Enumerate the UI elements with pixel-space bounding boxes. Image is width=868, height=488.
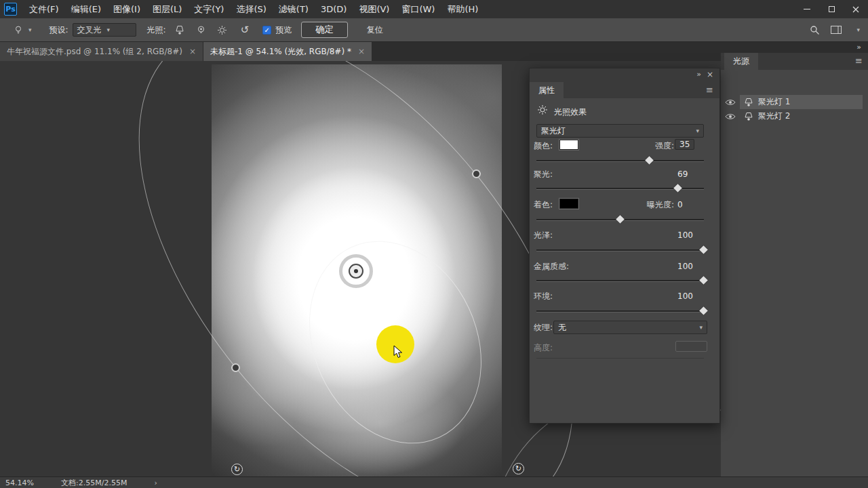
chevron-down-icon[interactable]: ▾ — [856, 26, 860, 33]
slider-thumb[interactable] — [699, 276, 708, 285]
hotspot-value[interactable]: 69 — [677, 169, 688, 180]
check-icon: ✓ — [264, 26, 270, 34]
light-edge-handle[interactable] — [231, 363, 240, 372]
slider-track — [536, 160, 704, 161]
close-button[interactable] — [844, 0, 868, 18]
menu-select[interactable]: 选择(S) — [230, 0, 272, 18]
colorize-label: 着色: — [534, 199, 553, 210]
menu-help[interactable]: 帮助(H) — [441, 0, 484, 18]
light-list-item-1[interactable]: 聚光灯 1 — [721, 95, 868, 109]
slider-thumb[interactable] — [699, 245, 708, 254]
light-item-label: 聚光灯 1 — [758, 96, 790, 108]
tab-close-icon[interactable]: × — [358, 47, 365, 56]
rotate-handle[interactable]: ↻ — [513, 463, 524, 474]
menu-filter[interactable]: 滤镜(T) — [273, 0, 315, 18]
minimize-button[interactable] — [795, 0, 819, 18]
properties-panel: » × 属性 ≡ 光照效果 聚光灯 ▾ 颜色: 强度: 35 — [529, 68, 720, 424]
intensity-slider[interactable] — [536, 156, 704, 165]
slider-track — [536, 280, 704, 281]
slider-thumb[interactable] — [645, 156, 654, 165]
add-point-light-button[interactable] — [196, 25, 206, 35]
collapse-to-icons-icon[interactable]: » — [696, 70, 701, 79]
gloss-label: 光泽: — [534, 230, 553, 241]
menu-type[interactable]: 文字(Y) — [188, 0, 230, 18]
reset-button[interactable]: 复位 — [356, 22, 394, 38]
menu-window[interactable]: 窗口(W) — [395, 0, 441, 18]
ok-button[interactable]: 确定 — [301, 22, 348, 38]
texture-value: 无 — [558, 322, 694, 333]
slider-thumb[interactable] — [616, 215, 625, 224]
light-list-item-2[interactable]: 聚光灯 2 — [721, 109, 868, 123]
window-controls — [795, 0, 868, 18]
panel-close-icon[interactable]: × — [707, 70, 713, 79]
tab-properties[interactable]: 属性 — [530, 82, 564, 98]
height-label: 高度: — [534, 342, 553, 353]
document-tab-2[interactable]: 未标题-1 @ 54.1% (光效, RGB/8#) * × — [203, 42, 372, 61]
document-tab-label: 未标题-1 @ 54.1% (光效, RGB/8#) * — [210, 46, 351, 58]
light-bulb-icon — [14, 25, 23, 35]
menu-image[interactable]: 图像(I) — [107, 0, 146, 18]
preset-select[interactable]: 交叉光 ▾ — [73, 23, 136, 37]
visibility-toggle[interactable] — [721, 113, 740, 120]
status-chevron-icon[interactable]: › — [154, 479, 157, 487]
height-field — [675, 341, 707, 352]
texture-select[interactable]: 无 ▾ — [553, 321, 707, 334]
ambience-slider[interactable] — [536, 306, 704, 316]
panel-menu-icon[interactable]: ≡ — [706, 85, 713, 95]
colorize-swatch[interactable] — [559, 199, 578, 209]
panel-drag-bar[interactable]: » × — [530, 68, 719, 82]
exposure-slider[interactable] — [536, 215, 704, 224]
effect-title: 光照效果 — [554, 106, 587, 118]
metallic-slider[interactable] — [536, 276, 704, 285]
rotate-cw-icon: ↻ — [234, 465, 240, 474]
menu-file[interactable]: 文件(F) — [23, 0, 65, 18]
light-item-body[interactable]: 聚光灯 1 — [740, 95, 863, 109]
add-spot-light-button[interactable] — [174, 25, 185, 35]
lights-tab-strip: 光源 ≡ — [721, 53, 868, 70]
slider-track — [536, 310, 704, 312]
add-infinite-light-button[interactable] — [217, 25, 227, 35]
search-button[interactable] — [810, 25, 820, 35]
rotate-handle[interactable]: ↻ — [231, 464, 243, 475]
gloss-value[interactable]: 100 — [677, 230, 693, 241]
eye-icon — [725, 99, 736, 106]
slider-thumb[interactable] — [699, 306, 708, 315]
title-menu-bar: Ps 文件(F) 编辑(E) 图像(I) 图层(L) 文字(Y) 选择(S) 滤… — [0, 0, 868, 18]
maximize-button[interactable] — [819, 0, 844, 18]
menu-edit[interactable]: 编辑(E) — [65, 0, 107, 18]
panel-menu-icon[interactable]: ≡ — [855, 56, 863, 66]
preview-checkbox[interactable]: ✓ — [262, 26, 271, 35]
document-tab-label: 牛年祝福源文件.psd @ 11.1% (组 2, RGB/8#) — [7, 46, 182, 58]
menu-view[interactable]: 视图(V) — [353, 0, 395, 18]
visibility-toggle[interactable] — [721, 99, 740, 106]
metallic-value[interactable]: 100 — [677, 261, 693, 272]
hotspot-slider[interactable] — [536, 184, 704, 193]
menu-layer[interactable]: 图层(L) — [146, 0, 188, 18]
photoshop-logo-icon: Ps — [4, 3, 17, 16]
tab-close-icon[interactable]: × — [189, 47, 196, 56]
menu-3d[interactable]: 3D(D) — [315, 0, 353, 18]
divider — [536, 358, 704, 359]
light-color-swatch[interactable] — [559, 140, 578, 150]
rotate-ccw-icon: ↺ — [241, 24, 250, 36]
light-type-select[interactable]: 聚光灯 ▾ — [536, 124, 704, 138]
light-item-body[interactable]: 聚光灯 2 — [740, 109, 863, 123]
workspace-switcher-button[interactable] — [831, 26, 842, 34]
light-edge-handle[interactable] — [472, 169, 481, 178]
tab-lights[interactable]: 光源 — [724, 53, 758, 70]
intensity-value[interactable]: 35 — [675, 139, 694, 150]
gloss-slider[interactable] — [536, 245, 704, 255]
document-tab-1[interactable]: 牛年祝福源文件.psd @ 11.1% (组 2, RGB/8#) × — [0, 42, 203, 61]
reset-lights-button[interactable]: ↺ — [241, 24, 250, 36]
color-label: 颜色: — [534, 140, 553, 151]
preset-value: 交叉光 — [77, 24, 102, 36]
slider-thumb[interactable] — [673, 184, 682, 192]
exposure-value[interactable]: 0 — [677, 199, 683, 210]
workspace-layout-icon — [831, 26, 842, 34]
chevron-down-icon: ▾ — [28, 26, 32, 33]
zoom-level[interactable]: 54.14% — [5, 479, 53, 487]
exposure-label: 曝光度: — [647, 199, 674, 210]
collapse-panels-icon[interactable]: » — [856, 42, 861, 53]
tool-preset-button[interactable]: ▾ — [14, 25, 32, 35]
ambience-value[interactable]: 100 — [677, 291, 693, 302]
